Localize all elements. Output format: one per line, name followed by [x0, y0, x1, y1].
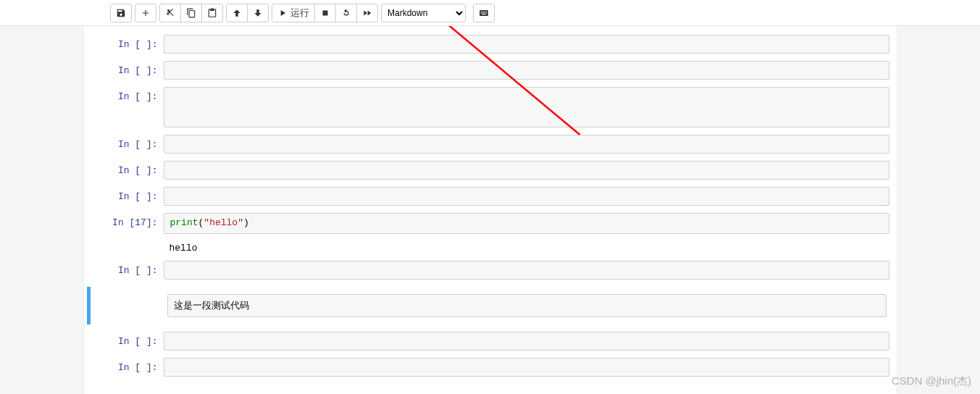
code-input[interactable]	[164, 35, 889, 54]
move-down-button[interactable]	[247, 4, 269, 22]
run-label: 运行	[290, 7, 309, 20]
restart-icon	[341, 8, 351, 18]
play-icon	[277, 8, 288, 18]
code-input[interactable]	[164, 261, 889, 280]
interrupt-button[interactable]	[314, 4, 336, 22]
markdown-input[interactable]: 这是一段测试代码	[167, 294, 887, 317]
code-cell[interactable]: In [ ]:	[84, 158, 897, 183]
fast-forward-icon	[362, 8, 372, 18]
paste-icon	[207, 8, 217, 18]
prompt: In [ ]:	[84, 187, 164, 206]
prompt: In [ ]:	[84, 135, 164, 154]
code-cell[interactable]: In [ ]:	[84, 184, 897, 209]
code-cell[interactable]: In [ ]:	[84, 58, 897, 83]
code-cell[interactable]: In [ ]:	[84, 258, 897, 282]
cell-output: hello	[84, 240, 897, 256]
code-input[interactable]	[164, 161, 889, 180]
prompt: In [ ]:	[84, 358, 164, 377]
code-input[interactable]	[164, 87, 889, 127]
add-cell-button[interactable]	[135, 4, 156, 22]
arrow-up-icon	[232, 8, 242, 18]
prompt: In [ ]:	[84, 87, 164, 127]
prompt: In [ ]:	[84, 35, 164, 54]
prompt: In [ ]:	[84, 261, 164, 280]
copy-button[interactable]	[180, 4, 202, 22]
output-text: hello	[164, 240, 897, 256]
code-cell[interactable]: In [ ]:	[84, 84, 897, 130]
code-input[interactable]	[164, 358, 889, 377]
prompt: In [ ]:	[84, 61, 164, 80]
restart-button[interactable]	[335, 4, 357, 22]
code-input[interactable]	[164, 332, 889, 351]
stop-icon	[320, 8, 330, 18]
toolbar: 运行 代码Markdown原生 NBConvert标题	[0, 0, 980, 26]
paste-button[interactable]	[201, 4, 223, 22]
markdown-cell[interactable]: 这是一段测试代码	[87, 287, 891, 324]
code-input[interactable]	[164, 61, 889, 80]
run-button[interactable]: 运行	[272, 4, 315, 22]
cut-button[interactable]	[159, 4, 181, 22]
prompt: In [17]:	[84, 213, 164, 234]
prompt	[101, 294, 167, 317]
cell-type-select[interactable]: 代码Markdown原生 NBConvert标题	[381, 4, 466, 22]
code-input[interactable]: print("hello")	[164, 213, 889, 234]
restart-run-all-button[interactable]	[356, 4, 378, 22]
notebook: In [ ]:In [ ]:In [ ]:In [ ]:In [ ]:In [ …	[84, 26, 897, 394]
plus-icon	[141, 8, 151, 18]
copy-icon	[186, 8, 196, 18]
command-palette-button[interactable]	[473, 4, 495, 22]
keyboard-icon	[479, 8, 489, 18]
code-input[interactable]	[164, 135, 889, 154]
cut-icon	[165, 8, 175, 18]
code-cell[interactable]: In [ ]:	[84, 32, 897, 56]
save-button[interactable]	[110, 4, 132, 22]
prompt: In [ ]:	[84, 332, 164, 351]
code-cell[interactable]: In [ ]:	[84, 132, 897, 156]
code-cell[interactable]: In [ ]:	[84, 355, 897, 380]
arrow-down-icon	[253, 8, 263, 18]
code-input[interactable]	[164, 187, 889, 206]
code-cell[interactable]: In [17]:print("hello")	[84, 210, 897, 237]
code-cell[interactable]: In [ ]:	[84, 329, 897, 353]
prompt: In [ ]:	[84, 161, 164, 180]
save-icon	[116, 8, 126, 18]
move-up-button[interactable]	[226, 4, 248, 22]
